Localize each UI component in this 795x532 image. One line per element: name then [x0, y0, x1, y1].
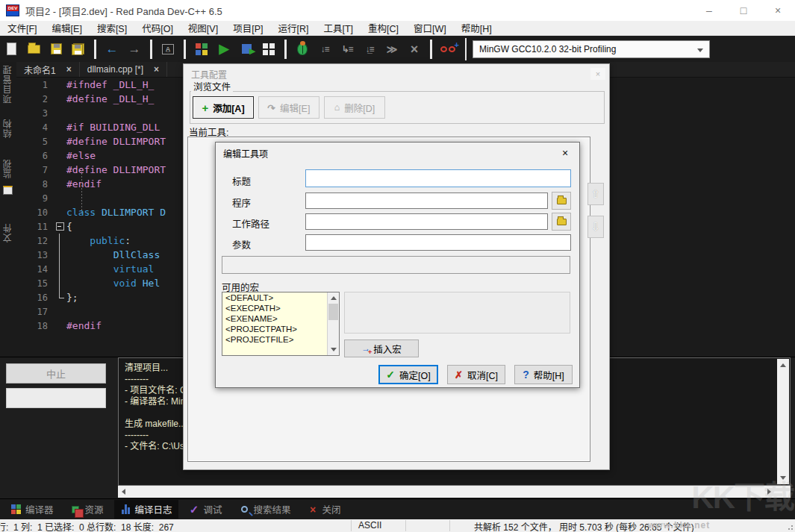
profile-button[interactable] [438, 40, 458, 59]
macro-item-4[interactable]: <PROJECTFILE> [222, 334, 339, 345]
tab-close-icon[interactable]: × [154, 64, 159, 75]
macro-list-scrollbar[interactable] [327, 292, 339, 355]
maximize-button[interactable]: □ [726, 0, 761, 21]
find-icon: A̲ [162, 44, 174, 54]
step-out-button[interactable]: ↓̲≡ [360, 40, 379, 59]
macro-list[interactable]: <DEFAULT><EXECPATH><EXENAME><PROJECTPATH… [222, 292, 340, 356]
editor-tab-0[interactable]: 未命名1× [16, 62, 80, 77]
scrollbar-thumb[interactable] [328, 304, 338, 320]
log-horizontal-scrollbar[interactable] [118, 486, 791, 498]
new-file-button[interactable] [1, 40, 21, 59]
bottom-tab-2[interactable]: 编译日志 [114, 500, 178, 519]
forward-button[interactable]: → [125, 40, 144, 59]
up-arrow-icon: ⇧ [591, 187, 601, 201]
rebuild-all-button[interactable] [259, 40, 278, 59]
bottom-tab-0[interactable]: 编译器 [4, 500, 60, 519]
app-window: 项目2 - [项目2.dev] - Red Panda Dev-C++ 6.5 … [0, 0, 795, 532]
bottom-tab-label: 编译日志 [135, 502, 172, 516]
menu-item-4[interactable]: 视图[V] [181, 21, 225, 35]
menu-item-10[interactable]: 帮助[H] [454, 21, 499, 35]
title-field[interactable] [305, 169, 571, 187]
compile-icon [196, 43, 208, 55]
macro-item-1[interactable]: <EXECPATH> [222, 303, 339, 313]
editor-tab-1[interactable]: dllmain.cpp [*]× [80, 62, 167, 77]
forward-arrow-icon: → [128, 43, 141, 55]
back-button[interactable]: ← [102, 40, 122, 59]
menu-item-1[interactable]: 编辑[E] [45, 21, 90, 35]
check-icon: ✓ [189, 504, 200, 515]
code-text: #ifndef _DLL_H_ [66, 79, 154, 90]
abort-button[interactable]: 中止 [6, 363, 106, 384]
menu-item-6[interactable]: 运行[R] [270, 21, 316, 35]
edit-tool-dialog: 编辑工具项 × 标题 程序 工作路径 参数 可用的宏 <DEFAULT><EXE… [215, 142, 580, 388]
sidebar-tab-files[interactable]: 文件 [1, 223, 14, 242]
menu-item-8[interactable]: 重构[C] [361, 21, 406, 35]
ok-button[interactable]: ✓ 确定[O] [378, 365, 438, 384]
compiler-set-select[interactable]: MinGW GCC10.2.0 32-bit Profiling [473, 40, 710, 58]
macro-item-0[interactable]: <DEFAULT> [222, 292, 339, 303]
step-into-icon: ↳≡ [341, 44, 352, 54]
insert-macro-button[interactable]: → 插入宏 [344, 339, 419, 357]
code-text: #define DLLIMPORT [66, 136, 166, 147]
find-in-files-button[interactable]: A̲ [158, 40, 178, 59]
compile-progress-bar [6, 388, 106, 408]
program-browse-button[interactable] [552, 192, 571, 210]
tools-dialog-close-button[interactable]: × [590, 68, 605, 80]
encoding-status: ASCII [358, 520, 381, 531]
save-all-button[interactable] [69, 40, 88, 59]
browse-files-group-label: 浏览文件 [191, 79, 233, 93]
debug-button[interactable] [293, 40, 312, 59]
menu-item-9[interactable]: 窗口[W] [406, 21, 454, 35]
delete-tool-button[interactable]: ⌂ 删除[D] [324, 96, 385, 119]
macro-item-3[interactable]: <PROJECTPATH> [222, 324, 339, 334]
bottom-tab-5[interactable]: ×关闭 [302, 500, 347, 519]
continue-button[interactable]: ≫ [382, 40, 402, 59]
params-field[interactable] [305, 234, 571, 251]
sidebar-tab-watch[interactable]: 监视 [1, 159, 14, 178]
fold-collapse-icon[interactable] [54, 219, 66, 234]
edit-tool-button[interactable]: ↷ 编辑[E] [258, 96, 319, 119]
menu-item-7[interactable]: 工具[T] [316, 21, 361, 35]
bottom-tab-1[interactable]: 资源 [64, 500, 110, 519]
bottom-tab-4[interactable]: 搜索结果 [233, 500, 297, 519]
minimize-button[interactable]: – [692, 0, 726, 21]
compile-button[interactable] [192, 40, 211, 59]
line-number: 12 [16, 236, 54, 246]
compile-run-button[interactable]: ▶ [237, 40, 256, 59]
sidebar-tab-project[interactable]: 项目管理 [1, 65, 14, 104]
menu-item-0[interactable]: 文件[F] [0, 21, 45, 35]
help-button[interactable]: ? 帮助[H] [514, 365, 573, 384]
cancel-button[interactable]: ✗ 取消[C] [447, 365, 505, 384]
close-button[interactable]: × [761, 0, 795, 21]
workdir-field[interactable] [305, 213, 548, 230]
tab-close-icon[interactable]: × [66, 64, 72, 75]
stop-execution-button[interactable]: × [405, 40, 424, 59]
menu-item-5[interactable]: 项目[P] [225, 21, 270, 35]
log-vertical-scrollbar[interactable] [777, 359, 789, 484]
edit-tool-dialog-close-button[interactable]: × [558, 147, 572, 159]
bottom-tab-3[interactable]: ✓调试 [183, 500, 228, 519]
step-into-button[interactable]: ↳≡ [337, 40, 357, 59]
line-number: 3 [16, 108, 54, 119]
params-field-label: 参数 [232, 237, 251, 251]
line-number: 18 [16, 321, 54, 331]
indent-guide [81, 170, 82, 213]
fold-gutter [54, 205, 66, 219]
save-button[interactable] [46, 40, 66, 59]
run-button[interactable]: ▶ [214, 40, 234, 59]
move-down-button[interactable]: ⇩ [587, 216, 604, 238]
resize-grip[interactable] [786, 523, 794, 531]
move-up-button[interactable]: ⇧ [587, 183, 604, 205]
add-tool-button[interactable]: + 添加[A] [193, 96, 254, 119]
open-button[interactable] [24, 40, 43, 59]
macro-item-2[interactable]: <EXENAME> [222, 313, 339, 324]
cursor-position-status: 行: 1 列: 1 已选择: 0 总行数: 18 长度: 267 [0, 520, 174, 532]
magnifier-icon [239, 504, 250, 515]
step-over-button[interactable]: ↓≡ [315, 40, 334, 59]
menu-item-3[interactable]: 代码[O] [134, 21, 181, 35]
workdir-browse-button[interactable] [552, 213, 571, 231]
program-field[interactable] [305, 193, 548, 209]
sidebar-tab-structure[interactable]: 结构 [1, 119, 14, 138]
window-title: 项目2 - [项目2.dev] - Red Panda Dev-C++ 6.5 [25, 4, 222, 18]
menu-item-2[interactable]: 搜索[S] [90, 21, 134, 35]
